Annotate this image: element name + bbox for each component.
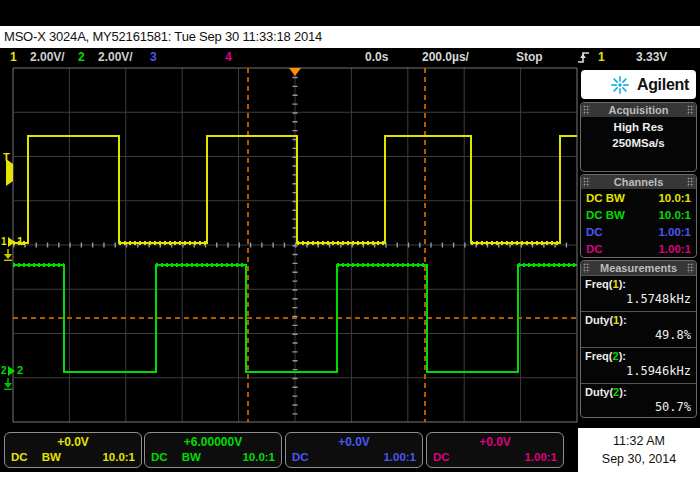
ch3-number[interactable]: 3: [150, 48, 157, 66]
measurements-panel: Measurements Freq(1): 1.5748kHz Duty(1):…: [580, 260, 697, 418]
top-margin: [0, 0, 700, 26]
bottom-channel-bar: +0.0V DCBW10.0:1 +6.00000V DCBW10.0:1 +0…: [0, 428, 578, 472]
ch1-offset: +0.0V: [11, 434, 135, 450]
waveform-display[interactable]: T 1 1 2 2: [0, 66, 578, 428]
clock-date: Sep 30, 2014: [578, 452, 700, 466]
ch4-offset: +0.0V: [433, 434, 557, 450]
duty1-value: 49.8%: [585, 327, 691, 344]
trigger-level-readout[interactable]: 3.33V: [636, 48, 667, 66]
ch2-scale[interactable]: 2.00V/: [98, 48, 133, 66]
ch2-status-box[interactable]: +6.00000V DCBW10.0:1: [144, 432, 282, 468]
ch4-status-box[interactable]: +0.0V DC1.00:1: [426, 432, 564, 468]
ch1-scale[interactable]: 2.00V/: [30, 48, 65, 66]
sample-rate: 250MSa/s: [581, 137, 696, 149]
right-sidebar: Agilent Acquisition High Res 250MSa/s Ch…: [578, 66, 700, 428]
ch1-trace-label: 1: [17, 236, 23, 247]
horizontal-offset[interactable]: 0.0s: [365, 48, 388, 66]
ch1-ground-arrow-icon: [8, 237, 15, 247]
acquisition-mode: High Res: [581, 121, 696, 133]
trigger-level-marker-arrow: [5, 164, 13, 182]
clock-area: 11:32 AM Sep 30, 2014: [578, 428, 700, 500]
ch2-ground-symbol-icon: [2, 378, 14, 390]
waveform-plot: [0, 66, 578, 428]
ch4-number[interactable]: 4: [225, 48, 232, 66]
acquisition-panel: Acquisition High Res 250MSa/s: [580, 102, 697, 172]
measurement-freq2[interactable]: Freq(2): 1.5946kHz: [581, 347, 696, 383]
ch2-offset: +6.00000V: [151, 434, 275, 450]
ch2-number[interactable]: 2: [78, 48, 85, 66]
run-state[interactable]: Stop: [516, 48, 543, 66]
measurement-freq1[interactable]: Freq(1): 1.5748kHz: [581, 275, 696, 311]
freq1-value: 1.5748kHz: [585, 291, 691, 308]
ch1-settings-row[interactable]: DC BW 10.0:1: [581, 189, 696, 206]
ch2-ground-marker[interactable]: 2: [1, 366, 15, 376]
clock-time: 11:32 AM: [578, 434, 700, 448]
ch3-settings-row[interactable]: DC 1.00:1: [581, 223, 696, 240]
ch3-offset: +0.0V: [292, 434, 416, 450]
ch4-settings-row[interactable]: DC 1.00:1: [581, 240, 696, 257]
bottom-margin: [0, 472, 578, 500]
agilent-starburst-icon: [609, 74, 631, 96]
measurement-duty1[interactable]: Duty(1): 49.8%: [581, 311, 696, 347]
ch2-ground-arrow-icon: [8, 366, 15, 376]
measurement-duty2[interactable]: Duty(2): 50.7%: [581, 383, 696, 418]
instrument-title-bar: MSO-X 3024A, MY52161581: Tue Sep 30 11:3…: [0, 26, 700, 48]
edge-trigger-rising-icon: [577, 50, 591, 64]
ch1-number[interactable]: 1: [10, 48, 17, 66]
brand-panel: Agilent: [581, 70, 696, 99]
freq2-value: 1.5946kHz: [585, 363, 691, 380]
brand-name: Agilent: [637, 76, 689, 94]
timebase-scale[interactable]: 200.0µs/: [422, 48, 469, 66]
ch1-ground-symbol-icon: [2, 249, 14, 261]
instrument-id-text: MSO-X 3024A, MY52161581: Tue Sep 30 11:3…: [4, 29, 322, 44]
oscilloscope-screen: MSO-X 3024A, MY52161581: Tue Sep 30 11:3…: [0, 0, 700, 500]
duty2-value: 50.7%: [585, 399, 691, 416]
channels-panel: Channels DC BW 10.0:1 DC BW 10.0:1 DC 1.…: [580, 174, 697, 258]
status-bar: 1 2.00V/ 2 2.00V/ 3 4 0.0s 200.0µs/ Stop…: [0, 48, 700, 66]
ch2-trace-label: 2: [17, 365, 23, 376]
ch2-settings-row[interactable]: DC BW 10.0:1: [581, 206, 696, 223]
ch3-status-box[interactable]: +0.0V DC1.00:1: [285, 432, 423, 468]
channels-header[interactable]: Channels: [581, 175, 696, 189]
acquisition-header[interactable]: Acquisition: [581, 103, 696, 117]
ch1-ground-marker[interactable]: 1: [1, 237, 15, 247]
ch1-status-box[interactable]: +0.0V DCBW10.0:1: [4, 432, 142, 468]
trigger-source[interactable]: 1: [598, 48, 605, 66]
measurements-header[interactable]: Measurements: [581, 261, 696, 275]
